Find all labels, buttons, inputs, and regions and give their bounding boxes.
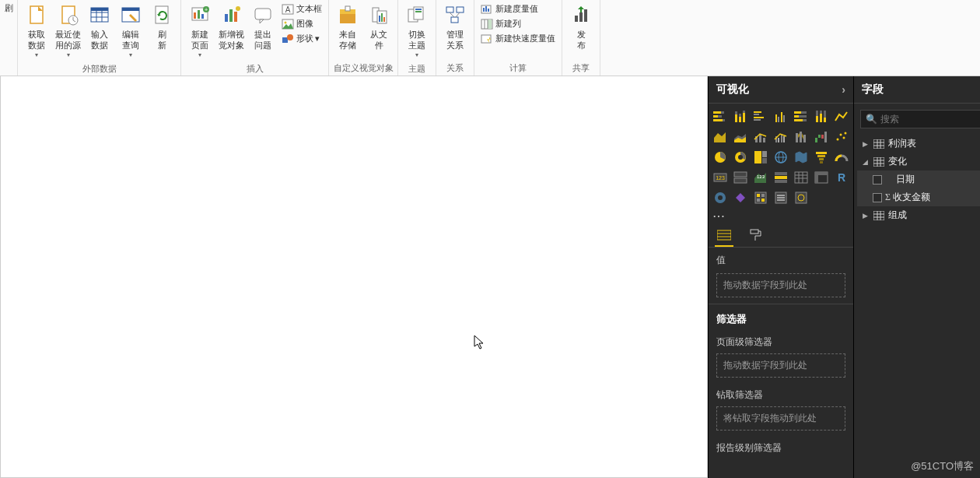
viz-kpi[interactable]: 123 <box>752 169 769 186</box>
viz-custom-1[interactable] <box>752 189 769 206</box>
svg-rect-27 <box>282 37 288 43</box>
viz-card[interactable]: 123 <box>712 169 729 186</box>
enter-data-button[interactable]: 输入 数据 <box>84 2 115 53</box>
chevron-right-icon: › <box>842 83 845 96</box>
viz-custom-3[interactable] <box>793 189 810 206</box>
svg-rect-97 <box>796 133 798 142</box>
drill-filters-drop-zone[interactable]: 将钻取字段拖动到此处 <box>716 406 845 431</box>
viz-stacked-area[interactable] <box>732 128 749 146</box>
text-box-button[interactable]: A 文本框 <box>278 2 325 16</box>
viz-donut[interactable] <box>732 149 749 166</box>
svg-rect-92 <box>763 138 765 142</box>
table-profit[interactable]: ▶ 利润表 <box>857 135 980 153</box>
table-composition[interactable]: ▶ 组成 <box>857 206 980 224</box>
viz-100-stacked-column[interactable] <box>813 108 830 125</box>
values-drop-zone[interactable]: 拖动数据字段到此处 <box>716 273 845 297</box>
viz-funnel[interactable] <box>813 149 830 166</box>
viz-gallery: 123 123 R <box>709 104 853 211</box>
svg-text:123: 123 <box>757 174 765 179</box>
ask-question-button[interactable]: 提出 问题 <box>247 2 278 53</box>
fields-tab[interactable] <box>715 228 733 247</box>
image-button[interactable]: 图像 <box>278 16 325 31</box>
table-change[interactable]: ◢ 变化 <box>857 153 980 170</box>
viz-pie[interactable] <box>712 149 729 166</box>
manage-relationships-button[interactable]: 管理 关系 <box>439 2 471 53</box>
svg-rect-66 <box>739 117 741 122</box>
svg-rect-69 <box>743 111 745 113</box>
viz-clustered-column[interactable] <box>772 108 789 125</box>
paint-roller-icon <box>749 229 761 241</box>
refresh-button[interactable]: 刷 新 <box>146 2 177 53</box>
viz-multi-card[interactable] <box>732 169 749 186</box>
svg-point-110 <box>738 155 743 160</box>
field-date[interactable]: 日期 <box>857 170 980 188</box>
viz-panel-title: 可视化 <box>716 83 749 97</box>
svg-rect-19 <box>229 9 233 22</box>
viz-slicer[interactable] <box>772 169 789 186</box>
edit-queries-button[interactable]: 编辑 查询 ▾ <box>115 2 146 61</box>
recent-sources-button[interactable]: 最近使 用的源 ▾ <box>52 2 84 61</box>
viz-table[interactable] <box>793 169 810 186</box>
svg-rect-13 <box>194 12 196 19</box>
svg-rect-142 <box>761 194 765 197</box>
search-input[interactable] <box>880 114 980 125</box>
relationships-icon <box>443 3 467 28</box>
checkbox[interactable] <box>873 193 882 202</box>
viz-filled-map[interactable] <box>793 149 810 166</box>
shapes-button[interactable]: 形状 ▾ <box>278 31 325 46</box>
svg-rect-71 <box>754 114 759 115</box>
viz-custom-2[interactable] <box>772 189 789 206</box>
fields-search[interactable]: 🔍 <box>860 110 980 128</box>
viz-stacked-column[interactable] <box>732 108 749 125</box>
new-page-button[interactable]: + 新建 页面 ▾ <box>184 2 215 61</box>
viz-map[interactable] <box>772 149 789 166</box>
viz-power-apps[interactable] <box>732 189 749 206</box>
viz-line-stacked-column[interactable] <box>752 128 769 146</box>
viz-100-stacked-bar[interactable] <box>793 108 810 125</box>
viz-ribbon[interactable] <box>793 128 810 146</box>
new-measure-button[interactable]: 新建度量值 <box>478 2 558 16</box>
viz-arcgis[interactable] <box>712 189 729 206</box>
svg-rect-41 <box>446 7 453 12</box>
edit-queries-label: 编辑 查询 <box>122 30 139 51</box>
page-filters-drop-zone[interactable]: 拖动数据字段到此处 <box>716 353 845 378</box>
viz-gauge[interactable] <box>833 149 850 166</box>
search-icon: 🔍 <box>866 114 877 125</box>
publish-button[interactable]: 发 布 <box>565 2 597 53</box>
get-data-button[interactable]: 获取 数据 ▾ <box>21 2 52 61</box>
report-canvas[interactable] <box>0 76 708 478</box>
viz-matrix[interactable] <box>813 169 830 186</box>
viz-clustered-bar[interactable] <box>752 108 769 125</box>
checkbox[interactable] <box>873 175 882 185</box>
field-amount[interactable]: Σ 收支金额 <box>857 188 980 206</box>
viz-area[interactable] <box>712 128 729 146</box>
viz-r-visual[interactable]: R <box>833 169 850 186</box>
svg-rect-127 <box>775 176 787 179</box>
from-store-button[interactable]: 来自 存储 <box>332 2 363 53</box>
svg-rect-154 <box>751 230 758 234</box>
from-file-button[interactable]: 从文 件 <box>363 2 394 53</box>
viz-line[interactable] <box>833 108 850 125</box>
fields-panel-header[interactable]: 字段 › <box>854 76 980 104</box>
viz-treemap[interactable] <box>752 149 769 166</box>
viz-waterfall[interactable] <box>813 128 830 146</box>
svg-point-106 <box>843 137 845 139</box>
viz-panel-header[interactable]: 可视化 › <box>709 76 853 104</box>
viz-scatter[interactable] <box>833 128 850 146</box>
dropdown-caret-icon: ▾ <box>67 51 70 59</box>
svg-rect-75 <box>778 117 779 122</box>
svg-rect-56 <box>579 12 583 22</box>
svg-rect-0 <box>30 6 43 23</box>
new-visual-label: 新增视 觉对象 <box>219 30 244 51</box>
viz-more-button[interactable]: ··· <box>709 211 853 225</box>
format-tab[interactable] <box>746 228 765 247</box>
edge-button[interactable]: 剧 <box>3 2 14 16</box>
new-quick-measure-button[interactable]: 新建快速度量值 <box>478 31 558 46</box>
new-column-button[interactable]: 新建列 <box>478 16 558 31</box>
switch-theme-button[interactable]: 切换 主题 ▾ <box>401 2 432 61</box>
new-visual-button[interactable]: 新增视 觉对象 <box>215 2 247 53</box>
viz-line-clustered-column[interactable] <box>772 128 789 146</box>
viz-stacked-bar[interactable] <box>712 108 729 125</box>
svg-rect-96 <box>783 136 785 142</box>
svg-rect-81 <box>794 115 799 118</box>
